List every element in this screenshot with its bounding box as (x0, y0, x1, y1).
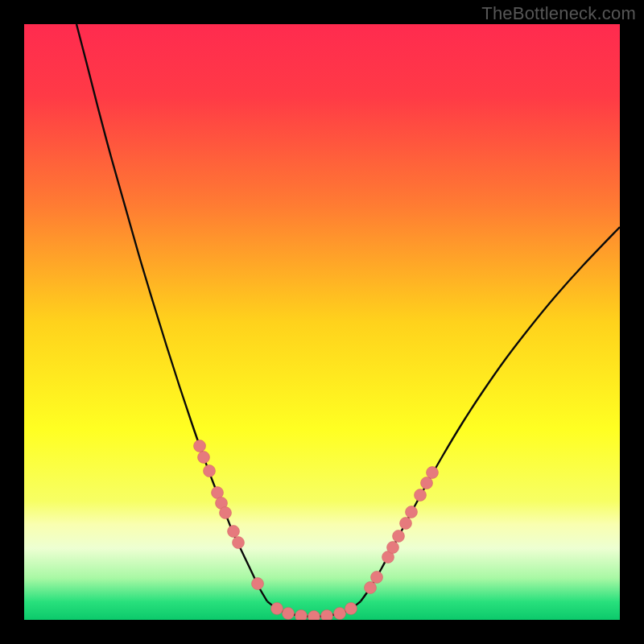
dot (321, 610, 333, 621)
dot (334, 608, 346, 620)
plot-area (24, 24, 620, 620)
attribution-watermark: TheBottleneck.com (481, 3, 636, 24)
dot (295, 610, 308, 621)
left-curve (76, 24, 267, 601)
right-curve (361, 227, 620, 601)
curve-layer (24, 24, 620, 620)
dot (252, 578, 264, 590)
dot (212, 487, 224, 499)
dot (271, 603, 283, 615)
dot (308, 611, 320, 621)
dot (365, 582, 377, 594)
dot (387, 542, 399, 554)
dot (421, 477, 433, 489)
dot (400, 518, 412, 530)
dot (371, 572, 383, 584)
dot (393, 530, 405, 543)
dot (194, 440, 206, 452)
dot (220, 507, 232, 519)
dot (283, 608, 295, 620)
dot (427, 467, 439, 479)
dot (204, 465, 216, 477)
dot (345, 603, 357, 615)
dot (415, 489, 427, 502)
dot (406, 506, 418, 518)
dot (198, 452, 210, 464)
dot (228, 526, 240, 538)
dot (233, 537, 245, 549)
